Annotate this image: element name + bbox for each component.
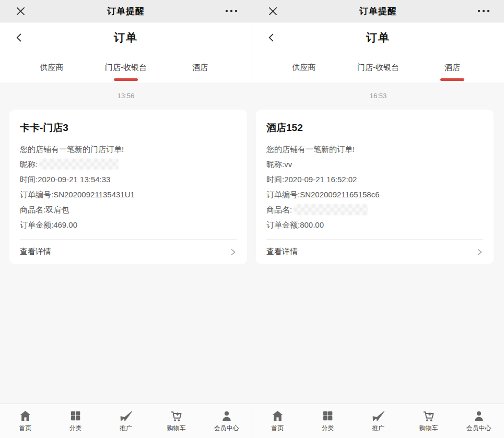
paper-plane-icon — [120, 409, 133, 422]
tab-store-cashier[interactable]: 门店-收银台 — [341, 53, 415, 82]
nav-label: 会员中心 — [466, 424, 491, 433]
order-card-title: 酒店152 — [266, 121, 483, 135]
nav-item-home[interactable]: 首页 — [0, 404, 50, 438]
tab-bar: 供应商 门店-收银台 酒店 — [252, 53, 504, 82]
nav-label: 购物车 — [419, 424, 438, 433]
titlebar: 订单提醒 — [252, 0, 504, 22]
order-time: 时间:2020-09-21 13:54:33 — [20, 172, 237, 187]
message-area: 16:53 酒店152 您的店铺有一笔新的订单! 昵称:vv 时间:2020-0… — [252, 82, 504, 404]
chevron-right-icon — [230, 248, 237, 256]
view-details-label: 查看详情 — [266, 247, 298, 257]
grid-icon — [321, 409, 334, 422]
nav-label: 推广 — [372, 424, 384, 433]
grid-icon — [69, 409, 82, 422]
titlebar-title: 订单提醒 — [359, 5, 397, 17]
close-icon[interactable] — [264, 2, 282, 20]
nav-item-cart[interactable]: 购物车 — [151, 404, 201, 438]
nav-item-promote[interactable]: 推广 — [353, 404, 403, 438]
more-icon[interactable] — [222, 2, 240, 20]
tab-bar: 供应商 门店-收银台 酒店 — [0, 53, 252, 82]
nav-label: 会员中心 — [214, 424, 239, 433]
cart-plus-icon — [422, 409, 435, 422]
view-details-row[interactable]: 查看详情 — [20, 239, 237, 264]
order-card-title: 卡卡-门店3 — [20, 121, 237, 135]
nickname-label: 昵称: — [266, 157, 284, 172]
titlebar-title: 订单提醒 — [107, 5, 145, 17]
chevron-right-icon — [476, 248, 483, 256]
nickname-label: 昵称: — [20, 157, 38, 172]
nav-label: 首页 — [271, 424, 284, 433]
nav-item-member-center[interactable]: 会员中心 — [454, 404, 504, 438]
nav-item-promote[interactable]: 推广 — [101, 404, 151, 438]
nav-label: 首页 — [19, 424, 31, 433]
timestamp: 16:53 — [252, 82, 504, 106]
timestamp: 13:56 — [0, 82, 252, 106]
nav-item-member-center[interactable]: 会员中心 — [202, 404, 252, 438]
product-label: 商品名: — [20, 202, 45, 217]
tab-store-cashier[interactable]: 门店-收银台 — [89, 53, 163, 82]
cart-plus-icon — [170, 409, 183, 422]
order-product: 商品名:双肩包 — [20, 202, 237, 217]
nav-item-cart[interactable]: 购物车 — [403, 404, 453, 438]
nickname-value: vv — [284, 157, 292, 172]
back-icon[interactable] — [10, 29, 28, 46]
bottom-nav: 首页 分类 推广 购物车 — [252, 404, 504, 438]
product-value: 双肩包 — [45, 202, 69, 217]
order-number: 订单编号:SN20200921135431U1 — [20, 187, 237, 202]
close-icon[interactable] — [11, 2, 29, 20]
page-title: 订单 — [0, 30, 252, 45]
nav-label: 推广 — [120, 424, 132, 433]
order-intro: 您的店铺有一笔新的订单! — [266, 141, 483, 157]
tab-supplier[interactable]: 供应商 — [15, 53, 89, 82]
order-intro: 您的店铺有一笔新的门店订单! — [20, 141, 237, 157]
nav-label: 分类 — [69, 424, 82, 433]
nav-item-categories[interactable]: 分类 — [50, 404, 100, 438]
user-icon — [472, 409, 485, 422]
page-header: 订单 — [0, 22, 252, 53]
order-nickname: 昵称:vv — [266, 157, 483, 172]
tab-hotel[interactable]: 酒店 — [163, 53, 237, 82]
order-card: 酒店152 您的店铺有一笔新的订单! 昵称:vv 时间:2020-09-21 1… — [256, 110, 494, 264]
view-details-row[interactable]: 查看详情 — [266, 239, 483, 264]
nav-label: 分类 — [322, 424, 334, 433]
screen-left: 订单提醒 订单 供应商 门店-收银台 酒店 13:56 卡卡-门店3 您的店铺有… — [0, 0, 252, 438]
paper-plane-icon — [372, 409, 385, 422]
nav-item-home[interactable]: 首页 — [252, 404, 302, 438]
user-icon — [220, 409, 233, 422]
home-icon — [19, 409, 32, 422]
order-nickname: 昵称: — [20, 157, 237, 172]
screen-right: 订单提醒 订单 供应商 门店-收银台 酒店 16:53 酒店152 您的店铺有一… — [252, 0, 504, 438]
bottom-nav: 首页 分类 推广 购物车 — [0, 404, 252, 438]
nav-label: 购物车 — [167, 424, 185, 433]
back-icon[interactable] — [263, 29, 280, 46]
page-title: 订单 — [252, 30, 504, 45]
order-card: 卡卡-门店3 您的店铺有一笔新的门店订单! 昵称: 时间:2020-09-21 … — [9, 110, 247, 264]
order-number: 订单编号:SN20200921165158c6 — [266, 187, 483, 202]
tab-hotel[interactable]: 酒店 — [415, 53, 489, 82]
view-details-label: 查看详情 — [20, 247, 51, 257]
redacted-blur — [39, 159, 119, 170]
product-label: 商品名: — [266, 202, 292, 217]
page-header: 订单 — [252, 22, 504, 53]
order-time: 时间:2020-09-21 16:52:02 — [266, 172, 483, 187]
home-icon — [271, 409, 284, 422]
order-product: 商品名: — [266, 202, 483, 217]
order-amount: 订单金额:800.00 — [266, 217, 483, 232]
tab-supplier[interactable]: 供应商 — [267, 53, 341, 82]
order-amount: 订单金额:469.00 — [20, 217, 237, 232]
composite-canvas: 订单提醒 订单 供应商 门店-收银台 酒店 13:56 卡卡-门店3 您的店铺有… — [0, 0, 504, 438]
redacted-blur — [294, 204, 368, 215]
more-icon[interactable] — [475, 2, 493, 20]
message-area: 13:56 卡卡-门店3 您的店铺有一笔新的门店订单! 昵称: 时间:2020-… — [0, 82, 252, 404]
titlebar: 订单提醒 — [0, 0, 252, 22]
nav-item-categories[interactable]: 分类 — [302, 404, 353, 438]
